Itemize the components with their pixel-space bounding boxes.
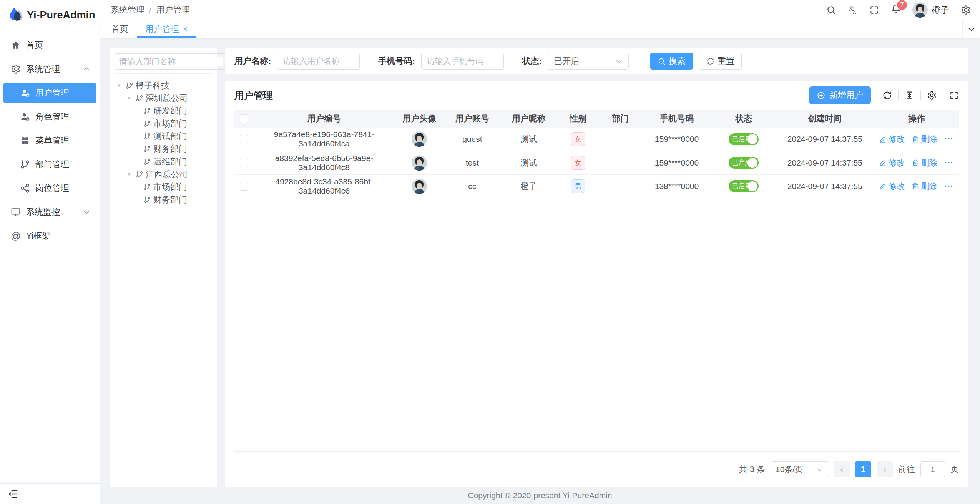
edit-label: 修改: [889, 158, 905, 168]
delete-button[interactable]: 删除: [912, 134, 937, 144]
gender-tag: 男: [571, 179, 585, 193]
col-user-id: 用户编号: [254, 110, 395, 128]
edit-button[interactable]: 修改: [879, 158, 905, 168]
status-filter-select[interactable]: 已开启: [548, 53, 629, 70]
phone-filter-input[interactable]: [421, 53, 504, 70]
tree-node[interactable]: 运维部门: [114, 155, 213, 168]
tree-node[interactable]: 研发部门: [114, 104, 213, 117]
tab-label: 用户管理: [145, 23, 179, 35]
user-table-card: 用户管理 新增用户: [225, 81, 968, 487]
search-button[interactable]: 搜索: [650, 53, 693, 70]
add-user-button[interactable]: 新增用户: [809, 86, 871, 104]
fullscreen-icon[interactable]: [869, 5, 879, 15]
edit-button[interactable]: 修改: [879, 181, 905, 192]
status-toggle[interactable]: 已启用: [729, 133, 759, 145]
sidebar-item-system-monitor[interactable]: 系统监控: [3, 202, 96, 222]
tree-node-label: 市场部门: [153, 181, 187, 193]
tree-node[interactable]: 财务部门: [114, 143, 213, 155]
delete-button[interactable]: 删除: [912, 158, 937, 168]
gear-icon: [11, 64, 21, 74]
tree-node[interactable]: 测试部门: [114, 130, 213, 143]
tree-node[interactable]: ▼ 橙子科技: [114, 79, 213, 92]
breadcrumb-parent[interactable]: 系统管理: [111, 4, 145, 16]
row-checkbox[interactable]: [240, 135, 248, 143]
role-icon: [20, 112, 30, 122]
table-row: 9a57a4e8-e196-663a-7841-3a14dd60f4ca gue…: [234, 128, 959, 151]
reset-button[interactable]: 重置: [699, 53, 742, 70]
app-logo-droplet-icon: [6, 7, 23, 23]
add-user-button-label: 新增用户: [829, 90, 863, 101]
select-all-checkbox[interactable]: [240, 114, 248, 123]
col-gender: 性别: [557, 110, 599, 128]
row-checkbox[interactable]: [240, 182, 248, 191]
page-number-current[interactable]: 1: [855, 461, 871, 477]
delete-button[interactable]: 删除: [912, 181, 937, 192]
sidebar-item-label: 岗位管理: [35, 182, 69, 194]
tab-actions-dropdown[interactable]: [962, 20, 980, 38]
tree-node-label: 财务部门: [153, 194, 187, 206]
branch-icon: [143, 107, 151, 115]
col-nickname: 用户昵称: [500, 110, 557, 128]
column-settings-gear-icon[interactable]: [927, 91, 937, 100]
tab-home[interactable]: 首页: [103, 20, 137, 38]
cell-nickname: 橙子: [500, 174, 557, 198]
plus-circle-icon: [817, 91, 826, 100]
sidebar-item-role-management[interactable]: 角色管理: [3, 107, 96, 127]
status-toggle[interactable]: 已启用: [729, 157, 759, 169]
next-page-button[interactable]: ›: [877, 461, 893, 477]
delete-label: 删除: [921, 158, 937, 168]
row-checkbox[interactable]: [240, 159, 248, 167]
sidebar-item-system-management[interactable]: 系统管理: [3, 59, 96, 79]
page-size-select[interactable]: 10条/页: [771, 461, 828, 477]
tab-user-management[interactable]: 用户管理 ×: [137, 20, 196, 38]
settings-gear-icon[interactable]: [961, 5, 971, 15]
username-filter-input[interactable]: [277, 53, 360, 70]
more-actions-button[interactable]: ···: [944, 134, 953, 144]
tree-expand-arrow[interactable]: ▼: [115, 83, 123, 88]
sidebar-item-home[interactable]: 首页: [3, 35, 96, 55]
sidebar-item-dept-management[interactable]: 部门管理: [3, 154, 96, 174]
tab-label: 首页: [111, 23, 128, 35]
collapse-sidebar-icon[interactable]: [8, 489, 18, 499]
prev-page-button[interactable]: ‹: [834, 461, 850, 477]
tree-node[interactable]: ▼ 江西总公司: [114, 168, 213, 181]
close-icon[interactable]: ×: [183, 25, 188, 33]
sidebar-item-label: 部门管理: [35, 159, 69, 170]
sidebar-item-yi-framework[interactable]: @ Yi框架: [3, 226, 96, 246]
tree-node[interactable]: 市场部门: [114, 117, 213, 130]
tabbar: 首页 用户管理 ×: [100, 20, 980, 38]
tree-expand-arrow[interactable]: ▼: [125, 171, 133, 177]
footer: Copyright © 2020-present Yi-PureAdmin: [100, 487, 980, 504]
refresh-icon[interactable]: [882, 91, 892, 100]
branch-icon: [143, 183, 151, 191]
branch-icon: [143, 196, 151, 204]
table-fullscreen-icon[interactable]: [949, 91, 959, 100]
edit-button[interactable]: 修改: [879, 134, 905, 144]
delete-label: 删除: [921, 134, 937, 144]
sidebar-item-post-management[interactable]: 岗位管理: [3, 178, 96, 198]
sidebar-item-user-management[interactable]: 用户管理: [3, 83, 96, 103]
status-toggle[interactable]: 已启用: [729, 180, 759, 192]
user-menu[interactable]: 橙子: [912, 2, 949, 18]
notifications[interactable]: 7: [891, 4, 901, 16]
goto-page-input[interactable]: [920, 461, 945, 477]
chevron-down-icon: [615, 57, 623, 65]
tree-expand-arrow[interactable]: ▼: [125, 95, 133, 101]
sidebar-item-menu-management[interactable]: 菜单管理: [3, 131, 96, 151]
col-dept: 部门: [599, 110, 641, 128]
refresh-icon: [706, 57, 714, 65]
tree-node-label: 研发部门: [153, 105, 187, 117]
row-density-icon[interactable]: [905, 91, 914, 100]
branch-icon: [143, 133, 151, 140]
logo-row[interactable]: Yi-PureAdmin: [0, 0, 100, 30]
cell-created: 2024-09-07 14:37:55: [776, 151, 874, 174]
cell-created: 2024-09-07 14:37:55: [776, 174, 874, 198]
tree-search-input[interactable]: [119, 57, 223, 66]
tree-node[interactable]: 市场部门: [114, 181, 213, 193]
more-actions-button[interactable]: ···: [944, 181, 953, 191]
more-actions-button[interactable]: ···: [944, 158, 953, 168]
tree-node[interactable]: 财务部门: [114, 193, 213, 206]
tree-node[interactable]: ▼ 深圳总公司: [114, 92, 213, 104]
search-icon[interactable]: [826, 5, 836, 15]
translate-icon[interactable]: [848, 5, 858, 15]
